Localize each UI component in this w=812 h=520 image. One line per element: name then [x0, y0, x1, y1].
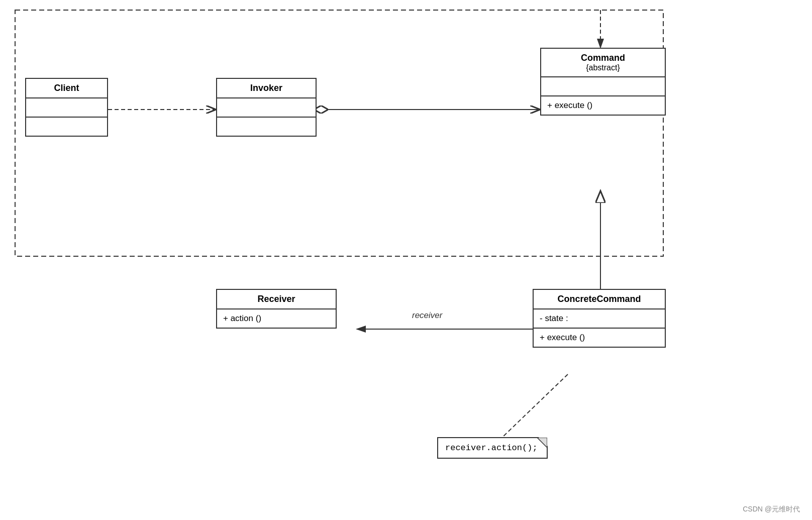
- uml-diagram: Client Invoker Command {abstract} + exec…: [0, 0, 812, 520]
- client-section-1: [26, 98, 107, 118]
- concrete-command-state: - state :: [534, 309, 665, 329]
- client-section-2: [26, 118, 107, 136]
- command-stereotype: {abstract}: [547, 63, 659, 72]
- command-section-empty: [541, 77, 665, 96]
- invoker-section-2: [217, 118, 316, 136]
- receiver-action: + action (): [217, 309, 336, 328]
- concrete-command-class-name: ConcreteCommand: [534, 290, 665, 309]
- client-class: Client: [25, 78, 108, 137]
- arrows-svg: [0, 0, 812, 520]
- concrete-command-execute: + execute (): [534, 329, 665, 347]
- invoker-section-1: [217, 98, 316, 118]
- invoker-class-name: Invoker: [217, 79, 316, 98]
- svg-rect-4: [15, 10, 663, 256]
- svg-line-10: [502, 374, 568, 437]
- client-class-name: Client: [26, 79, 107, 98]
- note-box: receiver.action();: [437, 437, 548, 459]
- command-class-name: Command {abstract}: [541, 49, 665, 77]
- concrete-command-class: ConcreteCommand - state : + execute (): [533, 289, 666, 348]
- watermark: CSDN @元维时代: [743, 505, 800, 514]
- invoker-class: Invoker: [216, 78, 317, 137]
- receiver-class: Receiver + action (): [216, 289, 337, 329]
- receiver-label: receiver: [412, 310, 442, 321]
- note-text: receiver.action();: [445, 443, 538, 453]
- command-execute: + execute (): [541, 96, 665, 115]
- receiver-class-name: Receiver: [217, 290, 336, 309]
- command-class: Command {abstract} + execute (): [540, 48, 666, 116]
- note-corner-svg: [537, 438, 547, 448]
